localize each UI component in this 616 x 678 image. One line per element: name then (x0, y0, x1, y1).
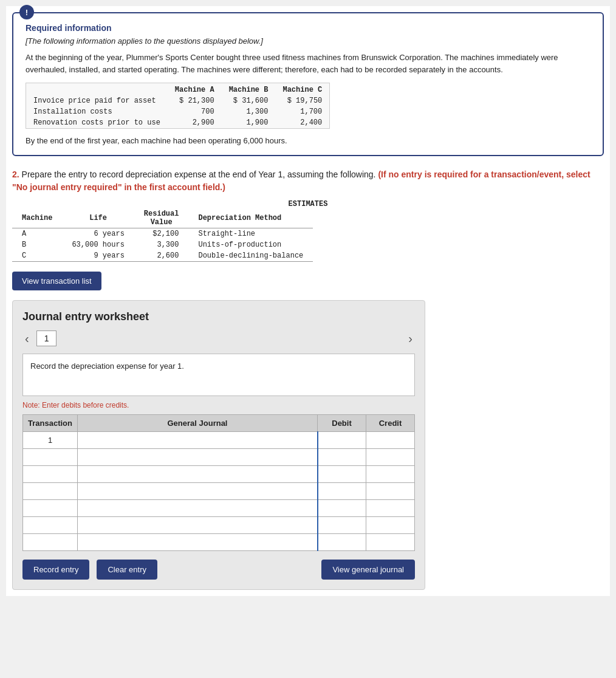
journal-credit-input[interactable] (366, 500, 414, 516)
journal-credit-cell[interactable] (366, 466, 415, 483)
journal-transaction-cell (23, 517, 78, 534)
journal-general-journal-cell[interactable] (78, 534, 318, 551)
prev-entry-button[interactable]: ‹ (22, 332, 32, 346)
machine-table-row-1: Invoice price paid for asset $ 21,300 $ … (26, 95, 330, 106)
est-c-residual: 2,600 (134, 250, 189, 262)
journal-credit-input[interactable] (366, 432, 414, 448)
row2-a: 700 (168, 106, 222, 117)
operating-hours-text: By the end of the first year, each machi… (26, 136, 590, 145)
est-b-method: Units-of-production (188, 239, 313, 250)
journal-debit-cell[interactable] (318, 483, 366, 500)
journal-general-journal-cell[interactable] (78, 500, 318, 517)
row1-label: Invoice price paid for asset (26, 95, 168, 106)
journal-general-journal-input[interactable] (78, 466, 317, 482)
journal-general-journal-input[interactable] (78, 500, 317, 516)
row1-a: $ 21,300 (168, 95, 222, 106)
journal-table-row: 1 (23, 432, 415, 449)
journal-credit-cell[interactable] (366, 449, 415, 466)
journal-general-journal-input[interactable] (78, 432, 317, 448)
journal-general-journal-input[interactable] (78, 534, 317, 550)
journal-debit-input[interactable] (318, 483, 366, 499)
th-debit: Debit (318, 415, 366, 432)
est-a-machine: A (12, 228, 62, 240)
journal-debit-cell[interactable] (318, 466, 366, 483)
machine-table-row-3: Renovation costs prior to use 2,900 1,90… (26, 117, 330, 129)
journal-credit-cell[interactable] (366, 432, 415, 449)
journal-worksheet-title: Journal entry worksheet (22, 310, 415, 323)
journal-table-header: Transaction General Journal Debit Credit (23, 415, 415, 432)
row3-a: 2,900 (168, 117, 222, 129)
journal-general-journal-cell[interactable] (78, 466, 318, 483)
journal-table-row (23, 466, 415, 483)
journal-debit-cell[interactable] (318, 517, 366, 534)
est-col-residual: ResidualValue (134, 208, 189, 228)
col-machine-b: Machine B (222, 83, 276, 96)
buttons-row: Record entry Clear entry View general jo… (22, 560, 415, 580)
journal-debit-input[interactable] (318, 534, 366, 550)
journal-credit-cell[interactable] (366, 534, 415, 551)
journal-credit-input[interactable] (366, 483, 414, 499)
note-text: Note: Enter debits before credits. (22, 401, 415, 409)
info-subtitle: [The following information applies to th… (26, 36, 590, 46)
row1-c: $ 19,750 (275, 95, 329, 106)
question-main-text: Prepare the entry to record depreciation… (22, 170, 376, 179)
journal-debit-input[interactable] (318, 449, 366, 465)
next-entry-button[interactable]: › (406, 332, 415, 346)
journal-debit-cell[interactable] (318, 534, 366, 551)
journal-general-journal-input[interactable] (78, 517, 317, 533)
estimates-table: Machine Life ResidualValue Depreciation … (12, 208, 313, 262)
journal-debit-input[interactable] (318, 517, 366, 533)
record-entry-button[interactable]: Record entry (22, 560, 89, 580)
th-transaction: Transaction (23, 415, 78, 432)
journal-general-journal-cell[interactable] (78, 432, 318, 449)
estimates-title: ESTIMATES (12, 200, 604, 208)
est-col-machine: Machine (12, 208, 62, 228)
info-icon: ! (19, 5, 34, 19)
journal-debit-cell[interactable] (318, 432, 366, 449)
estimates-section: ESTIMATES Machine Life ResidualValue Dep… (12, 200, 604, 262)
est-b-machine: B (12, 239, 62, 250)
description-box: Record the depreciation expense for year… (22, 354, 415, 396)
est-a-life: 6 years (62, 228, 134, 240)
main-container: ! Required information [The following in… (6, 6, 610, 596)
journal-debit-cell[interactable] (318, 500, 366, 517)
journal-general-journal-input[interactable] (78, 483, 317, 499)
clear-entry-button[interactable]: Clear entry (97, 560, 157, 580)
journal-credit-input[interactable] (366, 466, 414, 482)
journal-credit-input[interactable] (366, 449, 414, 465)
journal-general-journal-cell[interactable] (78, 517, 318, 534)
est-col-life: Life (62, 208, 134, 228)
journal-credit-cell[interactable] (366, 483, 415, 500)
journal-transaction-cell (23, 466, 78, 483)
journal-debit-input[interactable] (318, 500, 366, 516)
journal-general-journal-cell[interactable] (78, 449, 318, 466)
journal-debit-input[interactable] (318, 466, 366, 482)
journal-general-journal-input[interactable] (78, 449, 317, 465)
info-body-text: At the beginning of the year, Plummer's … (26, 52, 590, 75)
th-general-journal: General Journal (78, 415, 318, 432)
journal-general-journal-cell[interactable] (78, 483, 318, 500)
view-transaction-list-button[interactable]: View transaction list (12, 272, 101, 290)
col-machine-c: Machine C (275, 83, 329, 96)
row1-b: $ 31,600 (222, 95, 276, 106)
description-text: Record the depreciation expense for year… (30, 361, 184, 371)
col-label (26, 83, 168, 96)
journal-table-row (23, 500, 415, 517)
estimates-row-c: C 9 years 2,600 Double-declining-balance (12, 250, 313, 262)
est-b-life: 63,000 hours (62, 239, 134, 250)
machine-table: Machine A Machine B Machine C Invoice pr… (26, 83, 330, 129)
est-c-machine: C (12, 250, 62, 262)
journal-transaction-cell (23, 534, 78, 551)
journal-credit-cell[interactable] (366, 500, 415, 517)
journal-debit-cell[interactable] (318, 449, 366, 466)
journal-table-row (23, 449, 415, 466)
journal-credit-input[interactable] (366, 534, 414, 550)
journal-credit-input[interactable] (366, 517, 414, 533)
journal-credit-cell[interactable] (366, 517, 415, 534)
estimates-row-a: A 6 years $2,100 Straight-line (12, 228, 313, 240)
journal-debit-input[interactable] (318, 432, 366, 448)
nav-left: ‹ 1 (22, 330, 56, 346)
view-general-journal-button[interactable]: View general journal (321, 560, 415, 580)
nav-row: ‹ 1 › (22, 330, 415, 346)
question-text: 2. Prepare the entry to record depreciat… (12, 168, 604, 194)
